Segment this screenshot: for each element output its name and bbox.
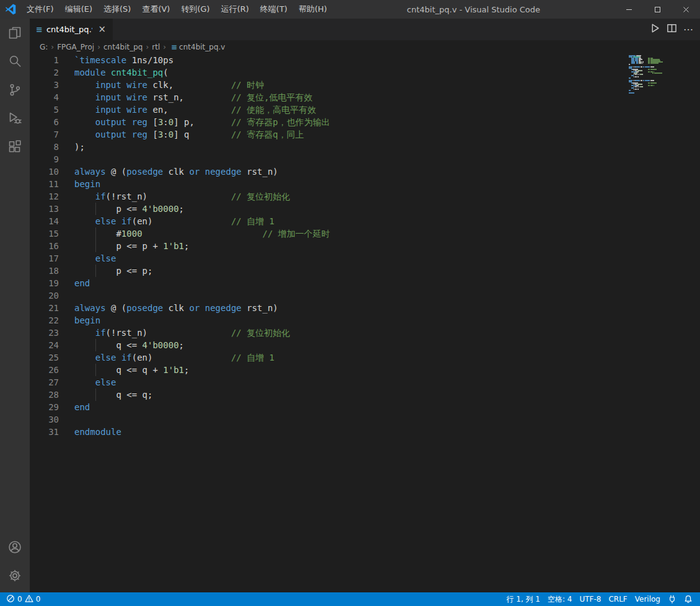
encoding[interactable]: UTF-8 bbox=[575, 592, 605, 606]
code-line[interactable]: 23 if(!rst_n) // 复位初始化 bbox=[30, 327, 700, 339]
code-line[interactable]: 27 else bbox=[30, 376, 700, 389]
code-editor[interactable]: 1`timescale 1ns/10ps2module cnt4bit_pq(3… bbox=[30, 54, 700, 592]
code-text: end bbox=[74, 401, 90, 413]
line-number: 18 bbox=[30, 265, 74, 277]
code-line[interactable]: 15 #1000 // 增加一个延时 bbox=[30, 227, 700, 240]
run-debug-icon[interactable] bbox=[0, 104, 30, 133]
code-text: if(!rst_n) // 复位初始化 bbox=[74, 327, 290, 339]
code-text: input wire clk, // 时钟 bbox=[74, 79, 264, 91]
source-control-icon[interactable] bbox=[0, 76, 30, 104]
menu-help[interactable]: 帮助(H) bbox=[293, 0, 333, 19]
line-number: 11 bbox=[30, 178, 74, 190]
code-line[interactable]: 25 else if(en) // 自增 1 bbox=[30, 351, 700, 364]
breadcrumb-file[interactable]: cnt4bit_pq.v bbox=[179, 43, 225, 51]
eol-sequence[interactable]: CRLF bbox=[605, 592, 631, 606]
code-line[interactable]: 5 input wire en, // 使能，高电平有效 bbox=[30, 103, 700, 116]
code-text: input wire rst_n, // 复位,低电平有效 bbox=[74, 91, 313, 103]
extensions-icon[interactable] bbox=[0, 133, 30, 161]
more-actions-icon[interactable]: ⋯ bbox=[683, 27, 694, 33]
menu-go[interactable]: 转到(G) bbox=[175, 0, 215, 19]
line-number: 30 bbox=[30, 413, 74, 426]
indentation[interactable]: 空格: 4 bbox=[544, 592, 576, 606]
status-bar-right: 行 1, 列 1 空格: 4 UTF-8 CRLF Verilog bbox=[502, 592, 696, 606]
code-line[interactable]: 30 bbox=[30, 413, 700, 426]
line-number: 16 bbox=[30, 240, 74, 252]
problems-indicator[interactable]: 0 0 bbox=[2, 592, 44, 606]
code-line[interactable]: 10always @ (posedge clk or negedge rst_n… bbox=[30, 165, 700, 178]
code-text: output reg [3:0] q // 寄存器q，同上 bbox=[74, 128, 304, 141]
code-line[interactable]: 14 else if(en) // 自增 1 bbox=[30, 215, 700, 227]
minimap[interactable] bbox=[629, 55, 698, 94]
warning-count: 0 bbox=[36, 595, 41, 604]
error-count: 0 bbox=[17, 595, 22, 604]
cursor-position[interactable]: 行 1, 列 1 bbox=[502, 592, 544, 606]
breadcrumb-fpga-proj[interactable]: FPGA_Proj bbox=[57, 43, 94, 51]
code-line[interactable]: 17 else bbox=[30, 252, 700, 265]
code-text: else bbox=[74, 252, 116, 265]
code-line[interactable]: 7 output reg [3:0] q // 寄存器q，同上 bbox=[30, 128, 700, 141]
indent-guide bbox=[95, 240, 96, 252]
code-line[interactable]: 3 input wire clk, // 时钟 bbox=[30, 79, 700, 91]
code-text: output reg [3:0] p, // 寄存器p，也作为输出 bbox=[74, 116, 330, 128]
status-bar: 0 0 行 1, 列 1 空格: 4 UTF-8 CRLF Verilog bbox=[0, 592, 700, 606]
tab-bar: ≡ cnt4bit_pq.v × ⋯ bbox=[30, 19, 700, 40]
activity-bar bbox=[0, 19, 30, 592]
code-line[interactable]: 24 q <= 4'b0000; bbox=[30, 339, 700, 351]
account-icon[interactable] bbox=[0, 533, 30, 561]
code-text: input wire en, // 使能，高电平有效 bbox=[74, 103, 316, 116]
close-tab-icon[interactable]: × bbox=[96, 24, 108, 35]
close-window-button[interactable] bbox=[672, 0, 700, 19]
indent-guide bbox=[95, 265, 96, 277]
code-line[interactable]: 1`timescale 1ns/10ps bbox=[30, 54, 700, 66]
feedback-plug-icon[interactable] bbox=[664, 592, 680, 606]
code-line[interactable]: 18 p <= p; bbox=[30, 265, 700, 277]
maximize-button[interactable] bbox=[643, 0, 672, 19]
explorer-icon[interactable] bbox=[0, 19, 30, 47]
bell-icon[interactable] bbox=[680, 592, 696, 606]
run-icon[interactable] bbox=[650, 23, 660, 36]
code-line[interactable]: 6 output reg [3:0] p, // 寄存器p，也作为输出 bbox=[30, 116, 700, 128]
breadcrumb-cnt4bit-pq[interactable]: cnt4bit_pq bbox=[103, 43, 142, 51]
code-line[interactable]: 9 bbox=[30, 153, 700, 165]
language-mode[interactable]: Verilog bbox=[631, 592, 664, 606]
error-icon bbox=[6, 594, 15, 605]
code-line[interactable]: 29end bbox=[30, 401, 700, 413]
line-number: 12 bbox=[30, 190, 74, 203]
code-line[interactable]: 16 p <= p + 1'b1; bbox=[30, 240, 700, 252]
settings-gear-icon[interactable] bbox=[0, 561, 30, 590]
editor-group: ≡ cnt4bit_pq.v × ⋯ G: › FPGA_Proj › cnt4… bbox=[30, 19, 700, 592]
chevron-right-icon: › bbox=[162, 43, 167, 51]
line-number: 31 bbox=[30, 426, 74, 438]
menu-terminal[interactable]: 终端(T) bbox=[255, 0, 293, 19]
breadcrumb-drive[interactable]: G: bbox=[40, 43, 48, 51]
code-area[interactable]: 1`timescale 1ns/10ps2module cnt4bit_pq(3… bbox=[30, 54, 700, 438]
code-line[interactable]: 21always @ (posedge clk or negedge rst_n… bbox=[30, 302, 700, 314]
code-text: `timescale 1ns/10ps bbox=[74, 54, 173, 66]
code-line[interactable]: 8); bbox=[30, 141, 700, 153]
code-line[interactable]: 2module cnt4bit_pq( bbox=[30, 66, 700, 79]
code-line[interactable]: 26 q <= q + 1'b1; bbox=[30, 364, 700, 376]
split-editor-icon[interactable] bbox=[667, 23, 677, 36]
line-number: 25 bbox=[30, 351, 74, 364]
menu-file[interactable]: 文件(F) bbox=[21, 0, 59, 19]
code-line[interactable]: 31endmodule bbox=[30, 426, 700, 438]
menu-view[interactable]: 查看(V) bbox=[136, 0, 175, 19]
code-line[interactable]: 12 if(!rst_n) // 复位初始化 bbox=[30, 190, 700, 203]
code-line[interactable]: 28 q <= q; bbox=[30, 389, 700, 401]
search-icon[interactable] bbox=[0, 47, 30, 76]
menu-run[interactable]: 运行(R) bbox=[216, 0, 255, 19]
code-line[interactable]: 22begin bbox=[30, 314, 700, 327]
tab-cnt4bit-pq-v[interactable]: ≡ cnt4bit_pq.v × bbox=[30, 19, 113, 40]
line-number: 24 bbox=[30, 339, 74, 351]
code-line[interactable]: 19end bbox=[30, 277, 700, 289]
code-line[interactable]: 11begin bbox=[30, 178, 700, 190]
menu-edit[interactable]: 编辑(E) bbox=[59, 0, 98, 19]
code-text: p <= 4'b0000; bbox=[74, 203, 184, 215]
code-text: ); bbox=[74, 141, 85, 153]
breadcrumb-rtl[interactable]: rtl bbox=[152, 43, 160, 51]
menu-selection[interactable]: 选择(S) bbox=[98, 0, 136, 19]
minimize-button[interactable] bbox=[615, 0, 643, 19]
code-line[interactable]: 4 input wire rst_n, // 复位,低电平有效 bbox=[30, 91, 700, 103]
code-line[interactable]: 13 p <= 4'b0000; bbox=[30, 203, 700, 215]
code-line[interactable]: 20 bbox=[30, 289, 700, 302]
